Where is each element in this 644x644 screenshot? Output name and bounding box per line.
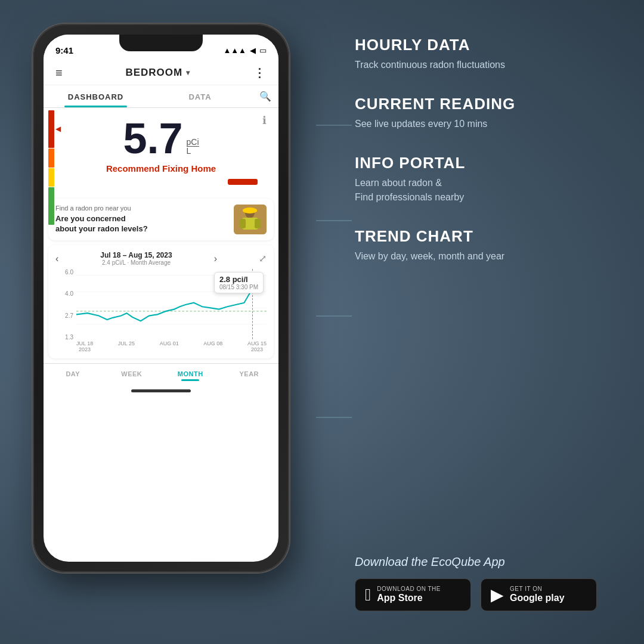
feature-portal-title: INFO PORTAL	[355, 154, 611, 172]
scale-orange	[48, 148, 54, 168]
home-indicator	[44, 386, 278, 396]
tooltip-date: 08/15 3:30 PM	[219, 284, 258, 290]
feature-reading-title: CURRENT READING	[355, 95, 611, 113]
info-card-small: Find a radon pro near you	[55, 205, 228, 212]
wifi-icon: ◀	[250, 46, 256, 55]
bottom-tabs: DAY WEEK MONTH YEAR	[44, 363, 278, 386]
home-bar	[131, 389, 191, 392]
reading-section: ◀ ℹ 5.7 pCi L Recommend Fixing Home	[44, 108, 278, 194]
info-card[interactable]: Find a radon pro near you Are you concer…	[48, 199, 274, 240]
chart-date-label: Jul 18 – Aug 15, 2023 2.4 pCi/L · Month …	[100, 251, 172, 266]
x-label-aug08: AUG 08	[203, 340, 222, 352]
chart-tooltip: 2.8 pci/l 08/15 3:30 PM	[214, 272, 264, 293]
features-list: HOURLY DATA Track continuous radon fluct…	[355, 36, 611, 286]
apple-icon: 	[365, 586, 371, 605]
tab-dashboard[interactable]: DASHBOARD	[44, 85, 148, 107]
y-label-40: 4.0	[55, 290, 73, 297]
chart-area: 6.0 4.0 2.7 1.3	[55, 269, 267, 352]
notch	[119, 35, 203, 51]
unit-top: pCi	[187, 138, 199, 146]
svg-rect-6	[243, 209, 257, 212]
status-icons: ▲▲▲ ◀ ▭	[223, 46, 267, 55]
info-button[interactable]: ℹ	[262, 114, 267, 127]
x-label-aug01: AUG 01	[160, 340, 179, 352]
radon-value: 5.7	[123, 117, 182, 160]
chart-prev-arrow[interactable]: ‹	[55, 253, 58, 264]
tab-day[interactable]: DAY	[44, 369, 103, 383]
reading-display: 5.7 pCi L	[55, 114, 267, 161]
chart-x-labels: JUL 182023 JUL 25 AUG 01 AUG 08 AUG 1520…	[76, 340, 267, 352]
room-title[interactable]: BEDROOM ▾	[125, 67, 190, 79]
feature-trend-chart: TREND CHART View by day, week, month and…	[355, 227, 611, 264]
phone-inner: 9:41 ▲▲▲ ◀ ▭ ≡ BEDROOM ▾ ⋮ DASHBOARD D	[44, 35, 278, 562]
y-label-13: 1.3	[55, 334, 73, 340]
chart-expand-icon[interactable]: ⤢	[259, 253, 267, 264]
indicator-bar	[228, 179, 258, 185]
radon-unit: pCi L	[187, 138, 199, 155]
x-label-jul25: JUL 25	[118, 340, 135, 352]
store-buttons:  Download on the App Store ▶ GET IT ON …	[355, 578, 611, 611]
info-card-image	[234, 205, 267, 234]
chart-date-range: Jul 18 – Aug 15, 2023	[100, 251, 172, 259]
x-label-aug15: AUG 152023	[247, 340, 267, 352]
chart-y-labels: 6.0 4.0 2.7 1.3	[55, 269, 73, 340]
app-header: ≡ BEDROOM ▾ ⋮	[44, 61, 278, 85]
x-label-jul18: JUL 182023	[76, 340, 93, 352]
app-store-name: App Store	[377, 592, 441, 603]
feature-hourly-title: HOURLY DATA	[355, 36, 611, 54]
scale-red-high	[48, 110, 54, 148]
y-label-60: 6.0	[55, 269, 73, 275]
feature-chart-desc: View by day, week, month and year	[355, 249, 611, 264]
signal-icon: ▲▲▲	[223, 46, 246, 55]
info-card-text: Find a radon pro near you Are you concer…	[55, 205, 228, 234]
google-play-sub: GET IT ON	[510, 586, 565, 592]
chart-next-arrow[interactable]: ›	[214, 253, 217, 264]
app-store-text: Download on the App Store	[377, 586, 441, 603]
more-options-icon[interactable]: ⋮	[253, 66, 267, 80]
tab-week[interactable]: WEEK	[103, 369, 162, 383]
download-title: Download the EcoQube App	[355, 555, 611, 569]
scale-green	[48, 187, 54, 225]
chart-svg-container: 2.8 pci/l 08/15 3:30 PM	[76, 269, 267, 340]
y-label-27: 2.7	[55, 312, 73, 319]
feature-hourly-desc: Track continuous radon fluctuations	[355, 58, 611, 72]
info-card-title: Are you concernedabout your radon levels…	[55, 214, 228, 234]
feature-chart-title: TREND CHART	[355, 227, 611, 246]
reading-status: Recommend Fixing Home	[55, 163, 267, 174]
google-play-text: GET IT ON Google play	[510, 586, 565, 603]
dropdown-arrow-icon: ▾	[186, 69, 190, 77]
svg-rect-3	[240, 219, 246, 228]
battery-icon: ▭	[259, 46, 267, 55]
tab-month[interactable]: MONTH	[161, 369, 220, 383]
chart-avg-label: 2.4 pCi/L · Month Average	[100, 259, 172, 266]
chart-section: ‹ Jul 18 – Aug 15, 2023 2.4 pCi/L · Mont…	[48, 245, 274, 358]
room-name: BEDROOM	[125, 67, 182, 79]
google-play-button[interactable]: ▶ GET IT ON Google play	[481, 578, 597, 611]
tab-search-icon[interactable]: 🔍	[252, 85, 278, 107]
app-store-sub: Download on the	[377, 586, 441, 592]
feature-info-portal: INFO PORTAL Learn about radon &Find prof…	[355, 154, 611, 205]
reading-indicator	[55, 176, 267, 185]
status-bar: 9:41 ▲▲▲ ◀ ▭	[44, 35, 278, 61]
app-tabs: DASHBOARD DATA 🔍	[44, 85, 278, 108]
status-time: 9:41	[55, 45, 73, 55]
app-store-button[interactable]:  Download on the App Store	[355, 578, 471, 611]
scale-arrow: ◀	[55, 125, 61, 133]
svg-rect-4	[255, 219, 261, 228]
menu-icon[interactable]: ≡	[55, 66, 63, 80]
tooltip-value: 2.8 pci/l	[219, 275, 258, 284]
tab-data[interactable]: DATA	[148, 85, 252, 107]
phone-outer: 9:41 ▲▲▲ ◀ ▭ ≡ BEDROOM ▾ ⋮ DASHBOARD D	[33, 24, 289, 572]
feature-portal-desc: Learn about radon &Find professionals ne…	[355, 176, 611, 205]
download-section: Download the EcoQube App  Download on t…	[355, 555, 611, 611]
google-play-name: Google play	[510, 592, 565, 603]
feature-hourly-data: HOURLY DATA Track continuous radon fluct…	[355, 36, 611, 72]
phone-container: 9:41 ▲▲▲ ◀ ▭ ≡ BEDROOM ▾ ⋮ DASHBOARD D	[33, 24, 307, 596]
color-scale-bar	[48, 108, 54, 227]
tab-year[interactable]: YEAR	[220, 369, 279, 383]
google-play-icon: ▶	[491, 585, 504, 605]
scale-yellow	[48, 168, 54, 187]
unit-bottom: L	[187, 146, 199, 155]
feature-reading-desc: See live updates every 10 mins	[355, 117, 611, 131]
feature-current-reading: CURRENT READING See live updates every 1…	[355, 95, 611, 131]
